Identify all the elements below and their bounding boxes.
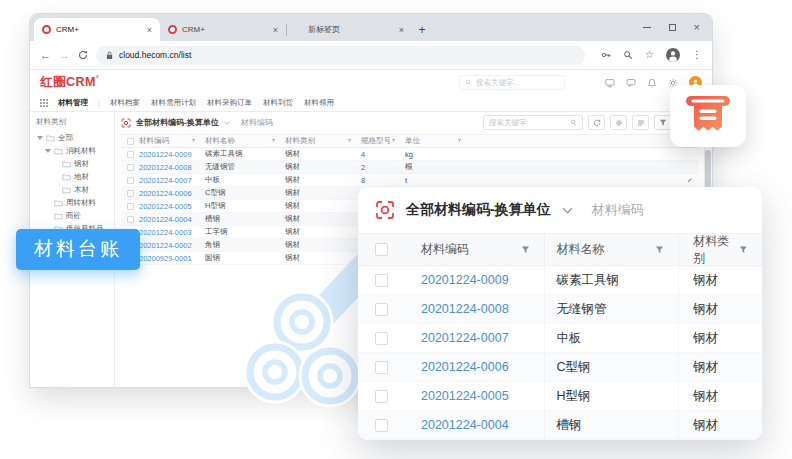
- column-header[interactable]: 材料名称: [205, 135, 285, 147]
- row-checkbox[interactable]: [127, 190, 134, 197]
- bookmark-star-icon[interactable]: ☆: [645, 50, 654, 60]
- overlay-table-row[interactable]: 20201224-0008 无缝钢管 钢材: [358, 295, 762, 324]
- nav-item[interactable]: 材料档案: [110, 98, 140, 108]
- tree-item[interactable]: 地材: [36, 170, 114, 183]
- material-code-link[interactable]: 20201224-0007: [139, 176, 205, 185]
- forward-icon[interactable]: →: [59, 50, 70, 61]
- nav-item[interactable]: 材料采购订单: [207, 98, 252, 108]
- tree-item[interactable]: 钢材: [36, 157, 114, 170]
- key-icon[interactable]: [601, 50, 611, 60]
- row-checkbox[interactable]: [127, 216, 134, 223]
- back-icon[interactable]: ←: [40, 50, 51, 61]
- message-icon[interactable]: [626, 78, 636, 88]
- column-header[interactable]: 单位: [405, 135, 471, 147]
- filter-funnel-icon[interactable]: [521, 245, 530, 255]
- select-all-checkbox[interactable]: [127, 138, 134, 145]
- edit-pencil-icon[interactable]: [687, 177, 693, 183]
- row-checkbox[interactable]: [375, 332, 388, 345]
- refresh-button[interactable]: [588, 115, 605, 130]
- row-checkbox[interactable]: [127, 164, 134, 171]
- filter-button[interactable]: [654, 115, 671, 130]
- filter-funnel-icon[interactable]: [739, 245, 748, 255]
- filter-funnel-icon[interactable]: [271, 138, 276, 144]
- profile-avatar-icon[interactable]: [666, 48, 680, 62]
- close-button[interactable]: ×: [694, 22, 700, 33]
- caret-down-icon[interactable]: [45, 149, 51, 153]
- overlay-table-row[interactable]: 20201224-0007 中板 钢材: [358, 324, 762, 353]
- tab-close-icon[interactable]: ×: [399, 25, 404, 35]
- material-code-link[interactable]: 20201224-0006: [404, 353, 545, 381]
- filter-funnel-icon[interactable]: [191, 138, 196, 144]
- table-row[interactable]: 20201224-0008 无缝钢管 钢材 2 根: [121, 161, 698, 174]
- row-checkbox[interactable]: [127, 177, 134, 184]
- caret-down-icon[interactable]: [37, 136, 43, 140]
- view-title[interactable]: 全部材料编码-换算单位: [136, 117, 219, 128]
- tree-item[interactable]: 消耗材料: [36, 144, 114, 157]
- material-code-link[interactable]: 20200929-0001: [139, 254, 205, 263]
- nav-item[interactable]: 材料需用计划: [151, 98, 196, 108]
- tab-close-icon[interactable]: ×: [147, 25, 152, 35]
- column-header[interactable]: 材料名称: [545, 234, 680, 265]
- material-code-link[interactable]: 20201224-0009: [139, 150, 205, 159]
- tree-item[interactable]: 商砼: [36, 209, 114, 222]
- minimize-button[interactable]: [643, 27, 651, 28]
- nav-item[interactable]: 材料到货: [263, 98, 293, 108]
- material-code-link[interactable]: 20201224-0002: [139, 241, 205, 250]
- maximize-button[interactable]: [669, 24, 676, 31]
- material-code-link[interactable]: 20201224-0009: [404, 266, 545, 294]
- material-code-link[interactable]: 20201224-0004: [404, 411, 545, 439]
- column-header[interactable]: 材料类别: [285, 135, 361, 147]
- tree-item[interactable]: 周转材料: [36, 196, 114, 209]
- new-tab-button[interactable]: +: [412, 18, 432, 41]
- list-search-input[interactable]: 搜索关键字: [483, 115, 583, 130]
- scan-expand-icon[interactable]: [121, 118, 131, 128]
- select-all-checkbox[interactable]: [375, 243, 388, 256]
- chevron-down-icon[interactable]: [224, 121, 230, 125]
- browser-tab[interactable]: 新标签页 ×: [286, 18, 412, 41]
- column-header[interactable]: 规格型号: [361, 135, 405, 147]
- filter-funnel-icon[interactable]: [457, 138, 462, 144]
- row-checkbox[interactable]: [127, 151, 134, 158]
- apps-grid-icon[interactable]: [40, 99, 48, 107]
- table-row[interactable]: 20201224-0009 碳素工具钢 钢材 4 kg: [121, 148, 698, 161]
- row-checkbox[interactable]: [375, 390, 388, 403]
- material-code-link[interactable]: 20201224-0005: [404, 382, 545, 410]
- table-row[interactable]: 20201224-0007 中板 钢材 8 t: [121, 174, 698, 187]
- chevron-down-icon[interactable]: [562, 207, 573, 214]
- browser-menu-icon[interactable]: ⋮: [692, 50, 702, 60]
- desktop-icon[interactable]: [605, 78, 615, 88]
- material-code-link[interactable]: 20201224-0008: [404, 295, 545, 323]
- zoom-icon[interactable]: [623, 50, 633, 60]
- overlay-table-row[interactable]: 20201224-0009 碳素工具钢 钢材: [358, 266, 762, 295]
- column-header[interactable]: 材料类别: [679, 234, 762, 265]
- material-code-link[interactable]: 20201224-0003: [139, 228, 205, 237]
- overlay-table-row[interactable]: 20201224-0006 C型钢 钢材: [358, 353, 762, 382]
- material-code-link[interactable]: 20201224-0007: [404, 324, 545, 352]
- columns-button[interactable]: [632, 115, 649, 130]
- material-code-link[interactable]: 20201224-0004: [139, 215, 205, 224]
- row-checkbox[interactable]: [375, 419, 388, 432]
- overlay-table-row[interactable]: 20201224-0005 H型钢 钢材: [358, 382, 762, 411]
- filter-funnel-icon[interactable]: [655, 245, 664, 255]
- global-search-input[interactable]: 搜索关键字...: [459, 75, 565, 90]
- row-checkbox[interactable]: [375, 361, 388, 374]
- material-code-link[interactable]: 20201224-0006: [139, 189, 205, 198]
- url-bar[interactable]: cloud.hecom.cn/list: [96, 46, 585, 65]
- nav-item[interactable]: 材料领用: [304, 98, 334, 108]
- scan-expand-icon[interactable]: [375, 200, 395, 220]
- column-header[interactable]: 材料编码: [404, 234, 545, 265]
- tab-close-icon[interactable]: ×: [273, 25, 278, 35]
- bell-icon[interactable]: [647, 78, 657, 88]
- column-header[interactable]: 材料编码: [139, 135, 205, 147]
- row-checkbox[interactable]: [127, 203, 134, 210]
- nav-primary[interactable]: 材料管理: [58, 98, 88, 108]
- overlay-table-row[interactable]: 20201224-0004 槽钢 钢材: [358, 411, 762, 440]
- row-checkbox[interactable]: [375, 303, 388, 316]
- settings-button[interactable]: [610, 115, 627, 130]
- browser-tab[interactable]: CRM+ ×: [34, 18, 160, 41]
- reload-icon[interactable]: [78, 50, 88, 60]
- filter-funnel-icon[interactable]: [391, 138, 396, 144]
- overlay-title[interactable]: 全部材料编码-换算单位: [406, 201, 551, 219]
- tree-item[interactable]: 木材: [36, 183, 114, 196]
- material-code-link[interactable]: 20201224-0005: [139, 202, 205, 211]
